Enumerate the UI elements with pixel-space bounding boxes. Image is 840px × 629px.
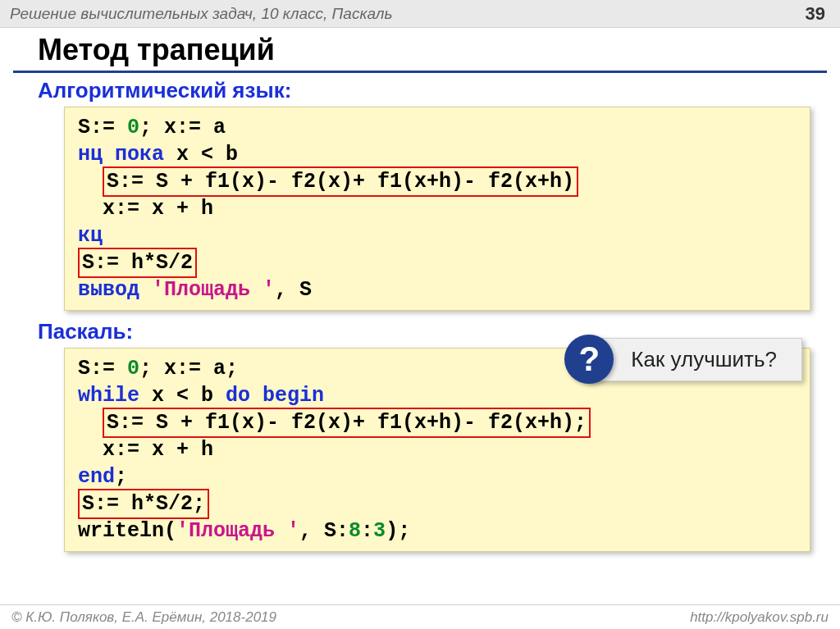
page-title: Метод трапеций	[13, 28, 827, 73]
code-number: 8	[349, 519, 361, 543]
code-block-algo: S:= 0; x:= a нц пока x < b S:= S + f1(x)…	[64, 107, 810, 311]
code-keyword: while	[78, 384, 139, 408]
code-text: ; x:= a	[139, 116, 226, 139]
breadcrumb: Решение вычислительных задач, 10 класс, …	[10, 5, 392, 23]
code-text: writeln(	[78, 519, 176, 543]
code-keyword: do begin	[226, 384, 324, 408]
code-text: x < b	[139, 384, 226, 408]
code-text: x < b	[164, 143, 238, 166]
code-text: :	[361, 519, 373, 543]
code-text: );	[386, 519, 410, 543]
code-text: , S	[275, 278, 312, 302]
code-text: x:= x + h	[78, 197, 213, 221]
code-keyword: end	[78, 465, 115, 489]
code-string: 'Площадь '	[176, 519, 299, 543]
footer: © К.Ю. Поляков, Е.А. Ерёмин, 2018-2019 h…	[0, 604, 840, 629]
topbar: Решение вычислительных задач, 10 класс, …	[0, 0, 840, 28]
highlight-box: S:= S + f1(x)- f2(x)+ f1(x+h)- f2(x+h)	[103, 166, 578, 197]
section-label-algo: Алгоритмический язык:	[38, 78, 840, 103]
code-keyword: нц пока	[78, 143, 164, 166]
highlight-box: S:= h*S/2	[78, 248, 197, 278]
footer-url: http://kpolyakov.spb.ru	[690, 609, 829, 626]
callout-text: Как улучшить?	[586, 338, 802, 381]
question-icon: ?	[564, 335, 614, 384]
code-keyword: кц	[78, 224, 103, 248]
code-text: ;	[115, 465, 127, 489]
code-text: , S:	[299, 519, 349, 543]
code-text: ; x:= a;	[139, 357, 238, 381]
code-number: 3	[373, 519, 386, 543]
code-number: 0	[127, 357, 139, 381]
copyright-text: © К.Ю. Поляков, Е.А. Ерёмин, 2018-2019	[11, 609, 276, 626]
code-string: 'Площадь '	[152, 278, 275, 302]
callout-box: ? Как улучшить?	[564, 335, 802, 384]
highlight-box: S:= h*S/2;	[78, 489, 209, 519]
code-text: S:=	[78, 357, 127, 381]
code-keyword: вывод	[78, 278, 152, 302]
highlight-box: S:= S + f1(x)- f2(x)+ f1(x+h)- f2(x+h);	[103, 408, 591, 438]
code-text: S:=	[78, 116, 127, 139]
page-number: 39	[806, 3, 825, 25]
code-text: x:= x + h	[78, 438, 213, 462]
code-number: 0	[127, 116, 139, 139]
